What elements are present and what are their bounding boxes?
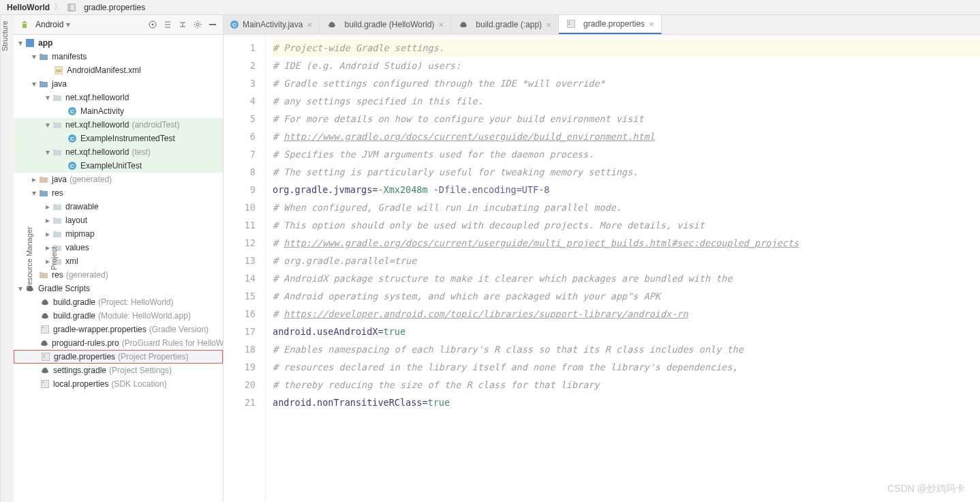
- tree-settings-gradle[interactable]: settings.gradle(Project Settings): [14, 364, 223, 377]
- code-line[interactable]: # https://developer.android.com/topic/li…: [273, 305, 980, 323]
- dropdown-icon: ▾: [66, 20, 70, 29]
- code-line[interactable]: # any settings specified in this file.: [273, 92, 980, 110]
- tree-pkg-test[interactable]: ▾net.xqf.helloworld(test): [14, 145, 223, 159]
- editor-tab[interactable]: build.gradle (:app)✕: [451, 15, 559, 34]
- code-line[interactable]: # When configured, Gradle will run in in…: [273, 198, 980, 216]
- close-icon[interactable]: ✕: [438, 21, 444, 29]
- tree-xml[interactable]: ▸xml: [14, 254, 223, 268]
- tree-unit-test[interactable]: CExampleUnitTest: [14, 159, 223, 173]
- code-line[interactable]: org.gradle.jvmargs=-Xmx2048m -Dfile.enco…: [273, 181, 980, 198]
- tree-layout[interactable]: ▸layout: [14, 213, 223, 227]
- code-line[interactable]: # Project-wide Gradle settings.: [273, 39, 980, 57]
- editor-body[interactable]: 123456789101112131415161718192021 # Proj…: [224, 35, 980, 502]
- line-number: 5: [224, 110, 256, 128]
- svg-rect-1: [69, 5, 71, 6]
- rail-project[interactable]: Project: [50, 247, 58, 270]
- svg-point-5: [25, 23, 26, 23]
- sidebar-mode-selector[interactable]: Android ▾: [19, 20, 144, 29]
- code-line[interactable]: # http://www.gradle.org/docs/current/use…: [273, 128, 980, 145]
- code-line[interactable]: # Enables namespacing of each library's …: [273, 340, 980, 358]
- svg-rect-2: [69, 8, 71, 8]
- svg-rect-3: [69, 10, 71, 10]
- breadcrumb-project[interactable]: HelloWorld: [7, 3, 50, 12]
- gradle-icon: [40, 312, 50, 320]
- tree-res-gen[interactable]: res(generated): [14, 268, 223, 282]
- tree-mipmap[interactable]: ▸mipmap: [14, 227, 223, 241]
- line-number: 6: [224, 128, 256, 145]
- svg-rect-22: [568, 24, 570, 25]
- tree-local-props[interactable]: local.properties(SDK Location): [14, 377, 223, 391]
- settings-icon[interactable]: [193, 20, 202, 29]
- tree-gradle-scripts[interactable]: ▾Gradle Scripts: [14, 282, 223, 295]
- svg-text:MF: MF: [56, 69, 62, 73]
- properties-icon: [566, 20, 577, 28]
- code-line[interactable]: # thereby reducing the size of the R cla…: [273, 376, 980, 394]
- code-line[interactable]: android.useAndroidX=true: [273, 323, 980, 340]
- properties-icon: [40, 380, 50, 388]
- code-content[interactable]: # Project-wide Gradle settings.# IDE (e.…: [266, 35, 980, 502]
- folder-icon: [38, 80, 49, 87]
- close-icon[interactable]: ✕: [649, 20, 654, 28]
- tree-values[interactable]: ▸values: [14, 241, 223, 254]
- code-line[interactable]: # IDE (e.g. Android Studio) users:: [273, 57, 980, 74]
- tree-java-gen[interactable]: ▸java(generated): [14, 173, 223, 186]
- tab-label: build.gradle (:app): [476, 20, 542, 29]
- code-line[interactable]: # This option should only be used with d…: [273, 216, 980, 234]
- code-line[interactable]: # http://www.gradle.org/docs/current/use…: [273, 234, 980, 252]
- tab-label: gradle.properties: [583, 19, 645, 29]
- collapse-icon[interactable]: [178, 20, 187, 29]
- tree-drawable[interactable]: ▸drawable: [14, 200, 223, 213]
- code-line[interactable]: # Specifies the JVM arguments used for t…: [273, 145, 980, 163]
- tree-gradle-properties[interactable]: gradle.properties(Project Properties): [14, 350, 223, 364]
- hide-icon[interactable]: [208, 20, 217, 29]
- tree-wrapper[interactable]: gradle-wrapper.properties(Gradle Version…: [14, 323, 223, 336]
- folder-icon: [52, 231, 63, 237]
- code-line[interactable]: # The setting is particularly useful for…: [273, 163, 980, 181]
- gradle-icon: [326, 20, 337, 29]
- tree-res[interactable]: ▾res: [14, 186, 223, 200]
- svg-rect-17: [43, 357, 45, 357]
- line-number: 21: [224, 394, 256, 411]
- tree-pkg-main[interactable]: ▾net.xqf.helloworld: [14, 91, 223, 104]
- svg-rect-16: [43, 355, 45, 355]
- tree-java[interactable]: ▾java: [14, 77, 223, 91]
- package-icon: [52, 121, 63, 128]
- close-icon[interactable]: ✕: [307, 21, 312, 29]
- tree-app[interactable]: ▾app: [14, 36, 223, 50]
- tree-bg-project[interactable]: build.gradle(Project: HelloWorld): [14, 295, 223, 309]
- code-line[interactable]: # Android operating system, and which ar…: [273, 287, 980, 305]
- code-line[interactable]: # AndroidX package structure to make it …: [273, 269, 980, 287]
- tree-manifests[interactable]: ▾manifests: [14, 50, 223, 63]
- rail-structure[interactable]: Structure: [1, 20, 9, 51]
- line-number: 11: [224, 216, 256, 234]
- tree-pkg-androidtest[interactable]: ▾net.xqf.helloworld(androidTest): [14, 118, 223, 132]
- tab-label: build.gradle (HelloWorld): [344, 20, 434, 29]
- line-number: 4: [224, 92, 256, 110]
- code-line[interactable]: # Gradle settings configured through the…: [273, 74, 980, 92]
- editor-tab[interactable]: gradle.properties✕: [559, 15, 662, 34]
- gradle-icon: [40, 366, 50, 374]
- tab-label: MainActivity.java: [243, 20, 303, 29]
- tree-manifest-file[interactable]: MFAndroidManifest.xml: [14, 63, 223, 77]
- select-opened-icon[interactable]: [148, 20, 157, 29]
- editor-tab[interactable]: build.gradle (HelloWorld)✕: [320, 15, 451, 34]
- breadcrumb-file[interactable]: gradle.properties: [84, 3, 145, 12]
- rail-resource-manager[interactable]: Resource Manager: [25, 226, 33, 291]
- editor-tab[interactable]: CMainActivity.java✕: [224, 15, 320, 34]
- class-icon: C: [67, 162, 78, 170]
- code-line[interactable]: # resources declared in the library itse…: [273, 358, 980, 376]
- code-line[interactable]: # For more details on how to configure y…: [273, 110, 980, 128]
- expand-icon[interactable]: [163, 20, 172, 29]
- tree-instr-test[interactable]: CExampleInstrumentedTest: [14, 132, 223, 145]
- line-number: 9: [224, 181, 256, 198]
- project-tree[interactable]: ▾app ▾manifests MFAndroidManifest.xml ▾j…: [14, 35, 223, 502]
- code-line[interactable]: # org.gradle.parallel=true: [273, 252, 980, 269]
- tree-main-activity[interactable]: CMainActivity: [14, 104, 223, 118]
- breadcrumb-sep: 〉: [54, 1, 62, 13]
- line-number: 7: [224, 145, 256, 163]
- tree-proguard[interactable]: proguard-rules.pro(ProGuard Rules for He…: [14, 336, 223, 350]
- svg-point-7: [152, 24, 154, 26]
- code-line[interactable]: android.nonTransitiveRClass=true: [273, 394, 980, 411]
- tree-bg-module[interactable]: build.gradle(Module: HelloWorld.app): [14, 309, 223, 323]
- close-icon[interactable]: ✕: [546, 21, 551, 29]
